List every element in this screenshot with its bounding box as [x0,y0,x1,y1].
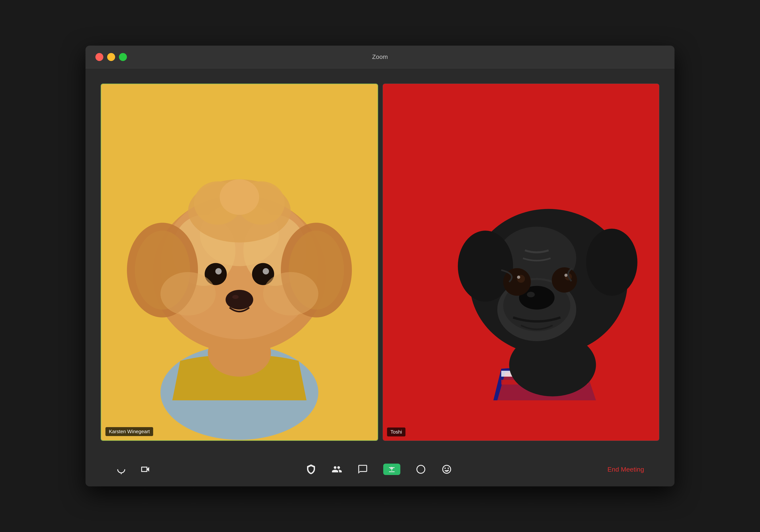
end-meeting-button[interactable]: End Meeting [607,466,644,473]
dog-karsten-illustration [101,84,378,440]
mute-button[interactable] [116,464,126,475]
traffic-lights [95,53,127,61]
participant-name-left: Karsten Winegeart [106,427,153,436]
svg-point-35 [527,292,535,297]
video-panel-left: Karsten Winegeart [101,84,378,441]
apps-button[interactable] [441,464,452,475]
svg-point-31 [586,228,638,296]
svg-point-20 [225,290,253,310]
svg-point-37 [552,267,577,293]
video-bg-karsten: Karsten Winegeart [101,84,378,440]
reactions-icon [415,464,426,475]
reactions-button[interactable] [415,464,426,475]
camera-icon [140,464,151,475]
minimize-button[interactable] [107,53,115,61]
zoom-window: Zoom [85,46,675,486]
main-content: Karsten Winegeart [85,69,675,486]
toolbar-left-buttons [116,464,151,475]
participants-button[interactable] [332,464,342,475]
svg-point-18 [215,268,221,274]
video-button[interactable] [140,464,151,475]
apps-icon [441,464,452,475]
titlebar: Zoom [85,46,675,69]
dog-toshi-illustration [383,84,659,441]
toolbar-right: End Meeting [607,466,644,473]
participant-name-right: Toshi [387,427,405,436]
svg-point-19 [263,268,269,274]
svg-point-21 [232,295,239,299]
people-icon [332,464,342,475]
svg-point-15 [220,179,259,215]
svg-point-23 [263,272,318,315]
svg-point-41 [564,273,568,277]
video-panel-right: Toshi [383,84,659,441]
video-bg-toshi: Toshi [383,84,659,441]
svg-point-40 [517,276,520,279]
shield-icon [306,464,316,475]
chat-button[interactable] [357,464,368,475]
svg-point-22 [161,272,216,315]
share-screen-button[interactable] [383,463,400,475]
video-area: Karsten Winegeart [101,84,659,441]
security-button[interactable] [306,464,316,475]
window-title: Zoom [372,53,388,61]
share-screen-bg [383,463,400,475]
svg-point-30 [458,231,513,302]
maximize-button[interactable] [119,53,127,61]
microphone-icon [116,464,126,475]
toolbar: End Meeting [101,452,659,486]
chat-icon [357,464,368,475]
close-button[interactable] [95,53,103,61]
toolbar-center-buttons [151,463,607,475]
share-screen-icon [388,465,396,473]
